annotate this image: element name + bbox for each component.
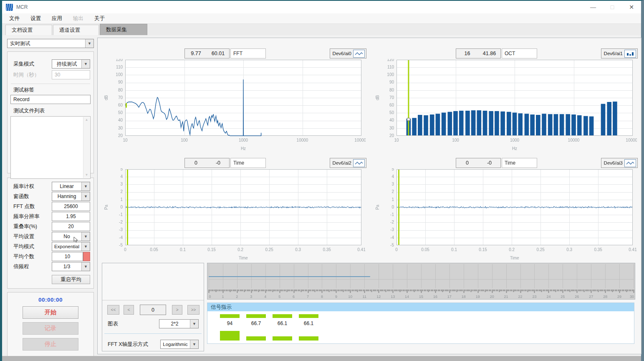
time2-type-box: Time	[502, 158, 537, 168]
divider	[11, 84, 90, 84]
sidebar: 实时测试 ▼ 采集模式 持续测试 ▼ 时间（秒） 30 测试标签 Record	[7, 39, 94, 352]
menu-output: 输出	[68, 15, 89, 22]
window-function-label: 窗函数	[11, 193, 52, 200]
signal-level-meter	[299, 336, 318, 341]
title-bar: MCR — □ ✕	[2, 1, 641, 13]
time1-channel-select[interactable]: Dev6/ai2	[330, 158, 366, 168]
fft-xaxis-select[interactable]: Logarithmic▼	[160, 340, 199, 349]
chevron-down-icon: ▼	[190, 320, 198, 328]
test-mode-select[interactable]: 实时测试 ▼	[7, 39, 94, 48]
octave-select[interactable]: 1/3▼	[52, 262, 90, 271]
oct-type-box: OCT	[502, 48, 537, 58]
chevron-down-icon: ▼	[81, 262, 90, 271]
time1-cursor-readout: 0-0	[184, 158, 230, 168]
test-tag-label: 测试标签	[13, 86, 93, 94]
octave-label: 倍频程	[11, 263, 52, 270]
average-count-input[interactable]: 10	[52, 252, 83, 261]
timeline-strip[interactable]	[207, 263, 635, 299]
close-icon[interactable]: ✕	[622, 4, 641, 10]
elapsed-timer: 00:00:00	[8, 297, 93, 303]
fft-channel-select[interactable]: Dev6/ai0	[330, 48, 366, 58]
restart-average-button[interactable]: 重启平均	[52, 275, 90, 284]
freq-weighting-select[interactable]: Linear▼	[52, 182, 90, 191]
average-mode-select[interactable]: Exponential▼	[52, 242, 90, 251]
line-chart-icon	[624, 159, 636, 167]
menu-settings[interactable]: 设置	[25, 15, 46, 22]
menu-application[interactable]: 应用	[46, 15, 68, 22]
acq-mode-select[interactable]: 持续测试 ▼	[52, 59, 90, 69]
oct-plot[interactable]	[370, 59, 637, 158]
oct-chart-cell: 1641.86 OCT Dev6/ai1	[369, 48, 640, 158]
stop-button: 停止	[23, 338, 78, 351]
chevron-down-icon: ▼	[85, 39, 93, 48]
chevron-down-icon: ▼	[81, 192, 90, 201]
menu-about[interactable]: 关于	[89, 15, 110, 22]
time1-plot[interactable]	[98, 168, 366, 267]
average-status-swatch	[83, 252, 90, 261]
signal-value: 66.1	[273, 320, 292, 326]
acq-mode-label: 采集模式	[11, 61, 52, 68]
time1-type-box: Time	[230, 158, 266, 168]
line-chart-icon	[353, 159, 365, 167]
time2-plot[interactable]	[370, 168, 637, 267]
time2-channel-select[interactable]: Dev6/ai3	[601, 158, 638, 168]
freq-resolution-input[interactable]: 1.95	[52, 212, 90, 221]
freq-resolution-label: 频率分辨率	[11, 213, 52, 220]
fft-settings-group: 频率计权 Linear▼ 窗函数 Hanning▼ FFT 点数 25600	[7, 178, 94, 289]
fft-plot[interactable]	[98, 59, 366, 158]
average-count-label: 平均个数	[11, 253, 52, 260]
average-setting-select[interactable]: No▼	[52, 232, 90, 241]
chart-grid: 9.7760.01 FFT Dev6/ai0	[98, 38, 641, 267]
test-file-list[interactable]: ▲ ▼	[10, 116, 91, 179]
signal-indicator-panel: 信号指示 94 66.7 66.1 66.1	[207, 303, 634, 344]
next-page-button[interactable]: >	[172, 305, 182, 315]
fft-type-box: FFT	[230, 48, 266, 58]
signal-panel-title: 信号指示	[207, 303, 634, 311]
chart-layout-select[interactable]: 2*2▼	[159, 319, 199, 328]
oct-cursor-readout: 1641.86	[456, 48, 501, 58]
overlap-label: 重叠率(%)	[11, 223, 52, 230]
minimize-icon[interactable]: —	[583, 4, 603, 10]
signal-level-meter	[246, 336, 266, 341]
signal-level-meter	[273, 336, 292, 341]
test-tag-input[interactable]: Record	[10, 95, 91, 104]
file-list-label: 测试文件列表	[13, 107, 93, 114]
fft-points-input[interactable]: 25600	[52, 202, 90, 211]
start-button[interactable]: 开始	[23, 306, 78, 319]
tab-channel-settings[interactable]: 通道设置	[53, 25, 99, 35]
signal-value: 66.7	[246, 320, 266, 326]
main-panel: 9.7760.01 FFT Dev6/ai0	[97, 38, 641, 354]
chevron-down-icon: ▼	[190, 340, 198, 348]
average-mode-label: 平均模式	[11, 243, 52, 250]
chevron-down-icon: ▼	[81, 60, 90, 68]
window-bottom-border	[2, 356, 641, 361]
chevron-down-icon: ▼	[81, 242, 90, 251]
window-title: MCR	[16, 4, 28, 10]
record-button: 记录	[23, 322, 78, 335]
prev-page-button[interactable]: <	[124, 305, 134, 315]
window-function-select[interactable]: Hanning▼	[52, 192, 90, 201]
signal-bar	[273, 314, 292, 318]
signal-value: 94	[220, 320, 240, 326]
scroll-down-icon[interactable]: ▼	[83, 172, 90, 178]
maximize-icon[interactable]: □	[603, 4, 622, 10]
runtime-group: 00:00:00 开始 记录 停止	[7, 292, 94, 359]
page-number-box[interactable]: 0	[140, 305, 166, 315]
scrollbar[interactable]: ▲ ▼	[83, 117, 90, 178]
menu-file[interactable]: 文件	[4, 15, 25, 22]
oct-channel-select[interactable]: Dev6/ai1	[601, 48, 638, 58]
tab-document-settings[interactable]: 文档设置	[5, 25, 52, 35]
average-setting-label: 平均设置	[11, 233, 52, 240]
overlap-input[interactable]: 20	[52, 222, 90, 231]
fft-xaxis-label: FFT X轴显示方式	[108, 341, 160, 348]
acq-time-label: 时间（秒）	[11, 71, 52, 79]
last-page-button[interactable]: >>	[187, 305, 200, 315]
app-logo-icon	[6, 4, 13, 11]
time-chart-cell-1: 0-0 Time Dev6/ai2	[98, 158, 369, 267]
chevron-down-icon: ▼	[81, 182, 90, 191]
signal-bar	[299, 314, 318, 318]
tab-data-acquisition[interactable]: 数据采集	[100, 24, 147, 35]
record-timeline	[207, 263, 635, 300]
first-page-button[interactable]: <<	[107, 305, 119, 315]
scroll-up-icon[interactable]: ▲	[83, 117, 90, 123]
